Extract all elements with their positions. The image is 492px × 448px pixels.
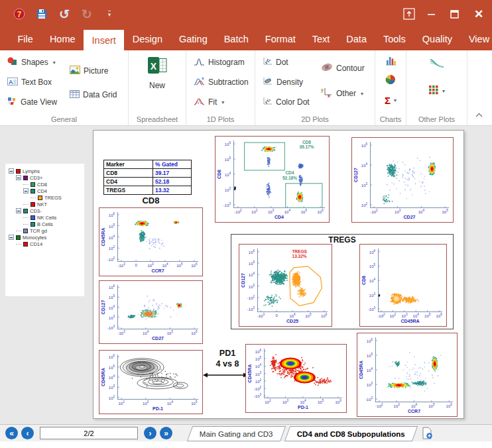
first-page-button[interactable]: « — [5, 427, 18, 439]
tree-collapse-icon[interactable] — [9, 235, 14, 240]
flow-plot-tregs-cd8-vs-cd45ra[interactable]: CD8CD45RA106105104103-103-10210210310410… — [359, 244, 447, 327]
chevron-down-icon: ▾ — [394, 97, 397, 103]
app-window: 7 ↺ ↻ ▾ ✕ FileHomeInsertDesignGatingBatc… — [0, 0, 492, 448]
ribbon-tab-insert[interactable]: Insert — [84, 30, 124, 50]
flow-plot-cd127-vs-cd27-cd8[interactable]: CD127CD27106105104103-103-103104105106 — [99, 280, 203, 344]
ribbon-tab-quality[interactable]: Quality — [414, 28, 460, 50]
other-2d-button[interactable]: yx Other ▾ — [319, 85, 367, 102]
picture-button[interactable]: Picture — [68, 62, 119, 80]
ribbon-tab-view[interactable]: View — [460, 28, 492, 50]
contour-plot-button[interactable]: Contour — [319, 60, 367, 77]
close-button[interactable]: ✕ — [465, 0, 492, 28]
app-logo-icon[interactable]: 7 — [12, 7, 27, 21]
ribbon-tab-tools[interactable]: Tools — [375, 28, 414, 50]
overlay-curves-button[interactable] — [430, 56, 444, 73]
plate-heatmap-button[interactable]: ▾ — [428, 82, 445, 99]
tree-item-tcr-gd[interactable]: TCR gd — [5, 227, 84, 234]
sheet-tab-cd4-and-cd8-subpopulations[interactable]: CD4 and CD8 Subpopulations — [284, 426, 417, 441]
annotation-pd1-text[interactable]: PD1 4 vs 8 — [206, 349, 249, 369]
marker-stats-table[interactable]: Marker% GatedCD839.17CD452.18TREGS13.32 — [103, 160, 192, 195]
page-indicator-input[interactable] — [40, 427, 138, 439]
tree-collapse-icon[interactable] — [16, 208, 21, 213]
x-tick: -102 — [365, 209, 383, 214]
y-axis-label: CD127 — [241, 249, 247, 312]
tree-item-b-cells[interactable]: B Cells — [5, 221, 84, 227]
save-button[interactable] — [34, 7, 49, 21]
sheet-tab-main-gating-and-cd3[interactable]: Main Gating and CD3 — [187, 426, 286, 441]
subtraction-label: Subtraction — [208, 78, 249, 87]
pie-chart-button[interactable] — [385, 72, 396, 89]
plot-area — [375, 337, 453, 402]
flow-plot-cd45ra-vs-pd1-density[interactable]: CD45RAPD-1106105104103102-102-1031021031… — [245, 344, 347, 413]
cd8-section-title[interactable]: CD8 — [99, 196, 203, 205]
y-tick: -102 — [239, 296, 255, 300]
flow-plot-cd45ra-vs-ccr7-cd8[interactable]: CD45RACCR7106105104102-102-1030103104105… — [99, 207, 203, 276]
tree-item-nk-cells[interactable]: NK Cells — [5, 214, 84, 221]
statusbar: « ‹ › » Main Gating and CD3CD4 and CD8 S… — [0, 424, 492, 441]
histogram-button[interactable]: Histogram — [192, 54, 251, 71]
tree-item-cd14[interactable]: CD14 — [5, 241, 84, 247]
tree-item-cd8[interactable]: CD8 — [5, 181, 84, 188]
shapes-button[interactable]: Shapes ▾ — [5, 54, 59, 71]
text-box-button[interactable]: A Text Box — [5, 74, 59, 91]
color-dot-button[interactable]: Color Dot — [261, 93, 312, 111]
flow-plot-cd45ra-vs-ccr7-cd4[interactable]: CD45RACCR7106105104103-103-1021031041051… — [357, 333, 458, 417]
gate-view-button[interactable]: Gate View — [5, 93, 59, 111]
tree-item-cd4[interactable]: CD4 — [5, 188, 84, 194]
sigma-stats-button[interactable]: Σ ▾ — [385, 91, 397, 109]
next-page-button[interactable]: › — [144, 427, 156, 439]
redo-icon: ↻ — [82, 8, 92, 21]
tree-item-cd3-[interactable]: CD3- — [5, 207, 84, 214]
table-row: CD839.17 — [104, 169, 192, 178]
ribbon-tab-gating[interactable]: Gating — [170, 28, 215, 50]
data-grid-label: Data Grid — [83, 90, 117, 99]
flow-plot-cd45ra-vs-pd1-contour[interactable]: CD45RAPD-1106105104103102102103104105 — [99, 350, 203, 414]
dot-plot-button[interactable]: Dot — [261, 54, 312, 71]
flow-plot-tregs-cd127-vs-cd25[interactable]: CD127CD25106105104103-102-103-1030104105… — [239, 244, 332, 327]
ribbon-tab-format[interactable]: Format — [257, 28, 304, 50]
tree-item-tregs[interactable]: TREGS — [5, 194, 84, 201]
bar-chart-icon — [385, 56, 397, 68]
y-tick: 106 — [215, 142, 231, 146]
tree-item-nkt[interactable]: NKT — [5, 201, 84, 207]
new-spreadsheet-button[interactable]: X New — [129, 56, 186, 90]
qat-customize-button[interactable]: ▾ — [102, 7, 117, 21]
bar-chart-button[interactable] — [385, 53, 397, 70]
ribbon-tab-text[interactable]: Text — [304, 28, 338, 50]
tree-collapse-icon[interactable] — [16, 175, 21, 180]
ribbon-tab-batch[interactable]: Batch — [215, 28, 257, 50]
maximize-button[interactable] — [443, 0, 465, 28]
collapse-ribbon-button[interactable] — [475, 108, 483, 120]
double-arrow[interactable] — [203, 372, 248, 378]
subtraction-button[interactable]: Subtraction — [192, 74, 251, 91]
gate-color-swatch — [31, 189, 35, 194]
flow-plot-cd8-vs-cd4[interactable]: CD8CD4106105104103-103-10210210310410510… — [215, 136, 330, 223]
new-page-button[interactable] — [422, 425, 433, 441]
flow-plot-cd127-vs-cd27-top[interactable]: CD127CD27105104103102-102103104105 — [351, 137, 454, 223]
gate-color-swatch — [31, 182, 35, 187]
layout-canvas[interactable]: LymphsCD3+CD8CD4TREGSNKTCD3-NK CellsB Ce… — [0, 126, 492, 424]
tree-collapse-icon[interactable] — [23, 188, 29, 194]
tree-item-lymphs[interactable]: Lymphs — [5, 168, 84, 174]
y-tick: 104 — [352, 163, 367, 168]
last-page-button[interactable]: » — [160, 427, 172, 439]
redo-button[interactable]: ↻ — [80, 7, 94, 21]
undo-button[interactable]: ↺ — [57, 7, 72, 21]
density-plot-button[interactable]: Density — [261, 74, 312, 91]
gate-color-swatch — [16, 235, 21, 240]
minimize-button[interactable] — [420, 0, 443, 28]
tree-item-cd3-[interactable]: CD3+ — [5, 174, 84, 181]
tree-collapse-icon[interactable] — [9, 168, 14, 174]
previous-page-button[interactable]: ‹ — [21, 427, 34, 439]
page-navigator: « ‹ › » — [0, 427, 172, 439]
x-axis-label: CD27 — [370, 215, 449, 219]
fit-button[interactable]: Fit ▾ — [192, 93, 251, 111]
tree-item-monocytes[interactable]: Monocytes — [5, 234, 84, 241]
ribbon-tab-design[interactable]: Design — [124, 28, 170, 50]
ribbon-tab-home[interactable]: Home — [41, 28, 84, 50]
ribbon-group-other-plots: ▾ Other Plots — [406, 50, 467, 125]
ribbon-tab-file[interactable]: File — [9, 28, 41, 50]
float-window-button[interactable] — [398, 0, 420, 28]
data-grid-button[interactable]: Data Grid — [68, 86, 119, 103]
ribbon-tab-data[interactable]: Data — [338, 28, 375, 50]
